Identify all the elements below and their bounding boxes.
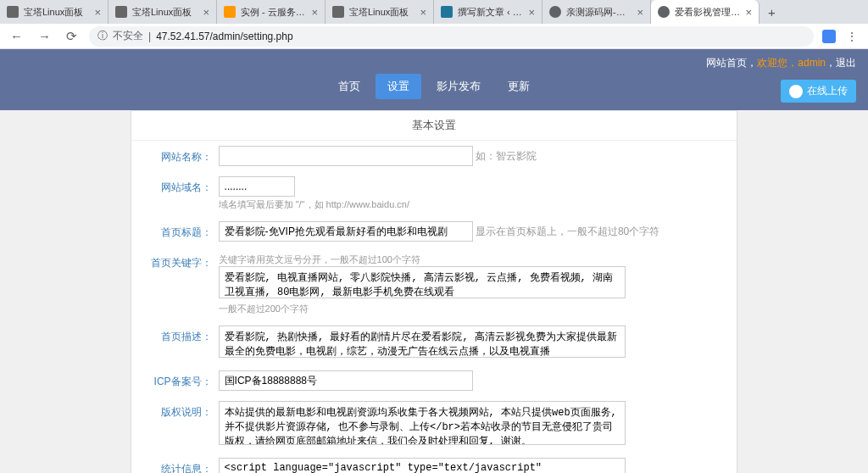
input-home-title[interactable] (219, 221, 473, 242)
close-icon[interactable]: × (745, 6, 752, 19)
browser-tab[interactable]: 宝塔Linux面板× (0, 0, 108, 24)
reload-button[interactable]: ⟳ (63, 29, 81, 44)
input-stats[interactable] (219, 458, 626, 473)
security-warn-icon: ⓘ (97, 29, 108, 43)
close-icon[interactable]: × (637, 6, 643, 19)
close-icon[interactable]: × (528, 6, 535, 19)
address-input[interactable]: ⓘ 不安全 | 47.52.41.57/admin/setting.php (89, 26, 814, 47)
security-label: 不安全 (113, 29, 143, 43)
input-copyright[interactable] (219, 401, 626, 445)
input-home-keywords[interactable] (219, 266, 626, 298)
section-basic: 基本设置 (131, 111, 737, 141)
hint-keywords-above: 关键字请用英文逗号分开，一般不超过100个字符 (219, 253, 729, 266)
cloud-upload-icon (789, 85, 803, 98)
browser-address-bar: ← → ⟳ ⓘ 不安全 | 47.52.41.57/admin/setting.… (0, 24, 868, 49)
close-icon[interactable]: × (203, 6, 209, 19)
browser-tab[interactable]: 宝塔Linux面板× (326, 0, 434, 24)
label-site-domain: 网站域名： (140, 176, 212, 195)
close-icon[interactable]: × (94, 6, 101, 19)
hint-site-domain: 域名填写最后要加 "/"，如 http://www.baidu.cn/ (219, 198, 729, 211)
nav-home[interactable]: 首页 (326, 74, 372, 99)
extension-icon[interactable] (822, 30, 836, 43)
browser-tab[interactable]: 实例 - 云服务器 - 控制台× (217, 0, 326, 24)
hint-site-name: 如：智云影院 (476, 150, 537, 162)
label-home-title: 首页标题： (140, 221, 212, 240)
input-icp[interactable] (219, 370, 473, 391)
close-icon[interactable]: × (311, 6, 318, 19)
input-site-domain[interactable] (219, 176, 295, 197)
back-button[interactable]: ← (7, 29, 26, 43)
logout-link[interactable]: ，退出 (826, 57, 856, 69)
label-copyright: 版权说明： (140, 401, 212, 420)
label-home-keywords: 首页关键字： (140, 252, 212, 270)
browser-tab-strip: 宝塔Linux面板× 宝塔Linux面板× 实例 - 云服务器 - 控制台× 宝… (0, 0, 868, 24)
url-text: 47.52.41.57/admin/setting.php (156, 31, 292, 42)
main-nav: 首页 设置 影片发布 更新 (0, 74, 868, 99)
hint-home-title: 显示在首页标题上，一般不超过80个字符 (476, 225, 659, 237)
menu-icon[interactable]: ⋮ (843, 30, 861, 43)
label-icp: ICP备案号： (140, 370, 212, 389)
input-site-name[interactable] (219, 146, 473, 166)
browser-tab[interactable]: 撰写新文章 ‹ 亲测源码网 — Wo...× (434, 0, 542, 24)
top-user-line: 网站首页，欢迎您，admin，退出 (0, 49, 868, 74)
upload-button[interactable]: 在线上传 (781, 80, 856, 103)
browser-tab[interactable]: 宝塔Linux面板× (108, 0, 217, 24)
label-site-name: 网站名称： (140, 146, 212, 164)
new-tab-button[interactable]: + (760, 1, 784, 24)
browser-tab-active[interactable]: 爱看影视管理后台× (651, 0, 760, 24)
nav-publish[interactable]: 影片发布 (425, 74, 492, 99)
nav-update[interactable]: 更新 (496, 74, 542, 99)
label-stats: 统计信息： (140, 458, 212, 473)
close-icon[interactable]: × (420, 6, 426, 19)
settings-panel: 基本设置 网站名称： 如：智云影院 网站域名： 域名填写最后要加 "/"，如 h… (131, 110, 738, 473)
nav-settings[interactable]: 设置 (376, 74, 421, 99)
input-home-desc[interactable] (219, 326, 626, 358)
label-home-desc: 首页描述： (140, 326, 212, 344)
username: admin (798, 57, 826, 69)
browser-tab[interactable]: 亲测源码网-源码之家× (542, 0, 651, 24)
hint-keywords-below: 一般不超过200个字符 (219, 303, 729, 315)
page-header: 网站首页，欢迎您，admin，退出 首页 设置 影片发布 更新 在线上传 (0, 49, 868, 110)
forward-button[interactable]: → (35, 29, 54, 43)
